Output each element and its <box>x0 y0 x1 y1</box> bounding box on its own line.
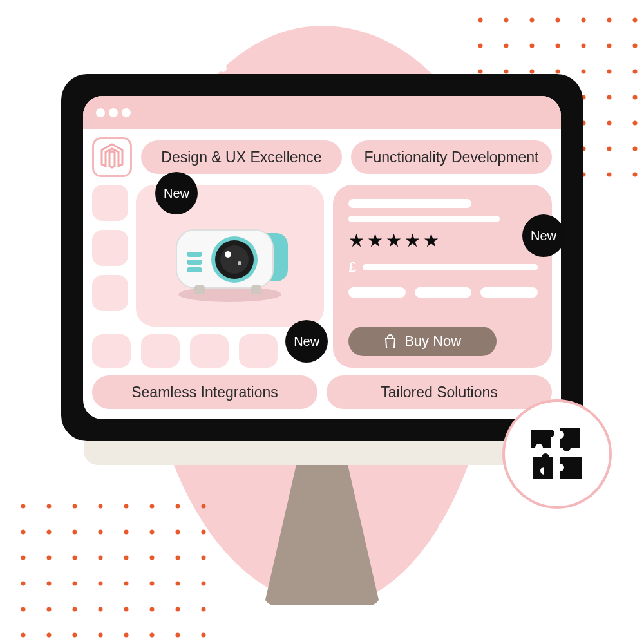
svg-point-93 <box>124 633 129 638</box>
svg-point-67 <box>73 556 77 560</box>
svg-rect-100 <box>187 252 202 257</box>
star-icon: ★ <box>348 230 365 251</box>
svg-point-8 <box>504 44 509 48</box>
svg-point-6 <box>633 18 638 23</box>
svg-point-85 <box>124 607 129 612</box>
puzzle-icon <box>525 422 589 486</box>
svg-point-106 <box>225 251 231 258</box>
new-badge: New <box>285 320 328 363</box>
svg-point-69 <box>124 556 129 560</box>
placeholder-line <box>348 216 500 222</box>
svg-point-14 <box>478 70 483 74</box>
svg-rect-101 <box>187 260 202 265</box>
window-dot <box>96 108 105 117</box>
svg-point-16 <box>530 70 535 74</box>
svg-point-4 <box>582 18 586 23</box>
shopping-bag-icon <box>384 334 397 348</box>
svg-point-7 <box>478 44 483 48</box>
thumbnail[interactable] <box>92 185 128 221</box>
svg-point-97 <box>178 287 281 302</box>
star-icon: ★ <box>367 230 383 251</box>
svg-point-10 <box>556 44 560 48</box>
feature-pill-integrations[interactable]: Seamless Integrations <box>92 375 317 409</box>
buy-now-label: Buy Now <box>404 333 461 350</box>
window-dot <box>122 108 131 117</box>
svg-point-11 <box>582 44 586 48</box>
svg-point-92 <box>99 633 103 638</box>
svg-point-68 <box>99 556 103 560</box>
svg-point-78 <box>150 582 155 586</box>
option-chip[interactable] <box>348 287 406 298</box>
svg-point-1 <box>504 18 509 23</box>
svg-point-0 <box>478 18 483 23</box>
option-chip[interactable] <box>415 287 472 298</box>
feature-pill-tailored[interactable]: Tailored Solutions <box>327 375 552 409</box>
svg-point-48 <box>633 173 638 177</box>
svg-point-86 <box>150 607 155 612</box>
thumbnail[interactable] <box>190 334 229 368</box>
svg-point-13 <box>633 44 638 48</box>
option-chip[interactable] <box>480 287 538 298</box>
placeholder-line <box>348 199 471 208</box>
svg-point-90 <box>47 633 52 638</box>
svg-rect-109 <box>251 285 261 294</box>
svg-point-59 <box>73 530 77 535</box>
buy-now-button[interactable]: Buy Now <box>348 327 497 356</box>
monitor-frame: Design & UX Excellence Functionality Dev… <box>61 74 583 441</box>
svg-point-89 <box>21 633 26 638</box>
feature-pill-functionality[interactable]: Functionality Development <box>351 140 552 174</box>
thumbnail[interactable] <box>92 275 128 311</box>
currency-symbol: £ <box>348 259 356 276</box>
svg-point-94 <box>150 633 155 638</box>
svg-point-54 <box>150 504 155 509</box>
thumbnail[interactable] <box>141 334 180 368</box>
svg-point-17 <box>556 70 560 74</box>
svg-point-66 <box>47 556 52 560</box>
magento-logo <box>92 137 132 177</box>
svg-point-82 <box>47 607 52 612</box>
window-titlebar <box>83 96 561 129</box>
svg-point-57 <box>21 530 26 535</box>
svg-point-50 <box>47 504 52 509</box>
svg-point-74 <box>47 582 52 586</box>
thumbnail[interactable] <box>239 334 278 368</box>
svg-point-62 <box>150 530 155 535</box>
svg-point-51 <box>73 504 77 509</box>
svg-point-77 <box>124 582 129 586</box>
projector-icon <box>156 204 304 307</box>
placeholder-line <box>363 264 538 270</box>
svg-point-70 <box>150 556 155 560</box>
svg-point-26 <box>607 95 612 100</box>
svg-point-72 <box>202 556 206 560</box>
dot-grid-bottom-left <box>19 502 225 644</box>
svg-point-61 <box>124 530 129 535</box>
svg-point-71 <box>176 556 180 560</box>
svg-point-84 <box>99 607 103 612</box>
star-icon: ★ <box>386 230 402 251</box>
svg-point-91 <box>73 633 77 638</box>
window-dot <box>109 108 118 117</box>
star-icon: ★ <box>404 230 421 251</box>
thumbnail[interactable] <box>92 334 131 368</box>
thumbnail[interactable] <box>92 230 128 266</box>
svg-point-80 <box>202 582 206 586</box>
svg-point-87 <box>176 607 180 612</box>
svg-point-20 <box>633 70 638 74</box>
svg-point-96 <box>202 633 206 638</box>
svg-point-65 <box>21 556 26 560</box>
svg-point-81 <box>21 607 26 612</box>
puzzle-badge <box>502 399 612 509</box>
svg-point-12 <box>607 44 612 48</box>
svg-point-83 <box>73 607 77 612</box>
svg-point-34 <box>633 121 638 126</box>
product-image-card: New New <box>136 185 324 327</box>
svg-point-53 <box>124 504 129 509</box>
svg-point-60 <box>99 530 103 535</box>
svg-rect-108 <box>194 285 205 294</box>
feature-pill-design[interactable]: Design & UX Excellence <box>141 140 342 174</box>
svg-point-40 <box>607 147 612 151</box>
star-icon: ★ <box>423 230 439 251</box>
svg-point-79 <box>176 582 180 586</box>
svg-point-9 <box>530 44 535 48</box>
svg-point-27 <box>633 95 638 100</box>
